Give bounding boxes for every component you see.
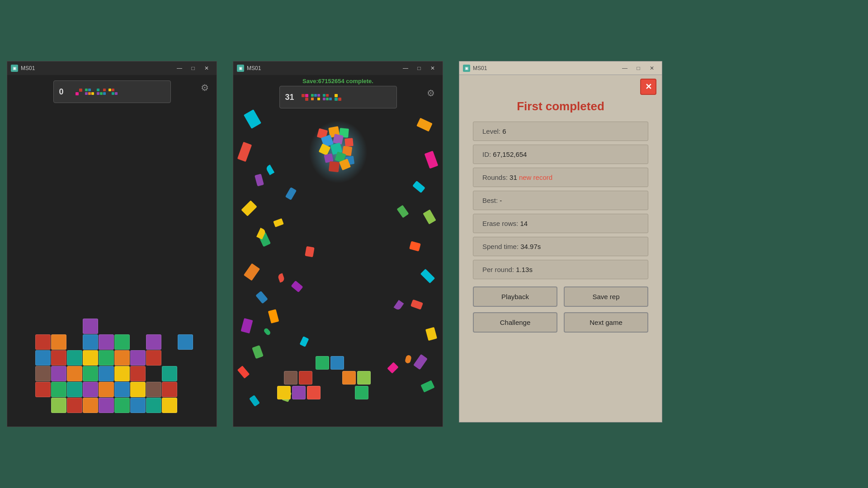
results-minimize-btn[interactable]: —: [618, 64, 631, 73]
results-title-text: MS01: [473, 65, 616, 71]
playback-button[interactable]: Playback: [473, 286, 557, 307]
save-rep-button[interactable]: Save rep: [564, 286, 648, 307]
results-window: ▣ MS01 — □ ✕ ✕ First completed Level: 6 …: [459, 61, 662, 422]
left-gear-btn[interactable]: ⚙: [198, 81, 211, 94]
left-score-panel: 0: [53, 80, 171, 103]
stat-label-id: ID:: [482, 150, 491, 158]
results-content: First completed Level: 6 ID: 67,152,654 …: [459, 95, 662, 422]
mid-piece-previews: [302, 94, 341, 101]
stat-row-per-round: Per round: 1.13s: [473, 260, 648, 279]
left-close-btn[interactable]: ✕: [200, 64, 213, 73]
left-maximize-btn[interactable]: □: [187, 64, 199, 73]
left-score: 0: [59, 87, 68, 97]
mid-minimize-btn[interactable]: —: [399, 64, 412, 73]
left-game-board: [35, 319, 189, 413]
results-maximize-btn[interactable]: □: [632, 64, 645, 73]
stat-label-level: Level:: [482, 127, 500, 135]
stat-value-best: -: [500, 197, 502, 204]
results-titlebar: ▣ MS01 — □ ✕: [459, 61, 662, 75]
stat-value-rounds: 31: [509, 174, 517, 181]
stat-value-id: 67,152,654: [493, 150, 527, 158]
stat-label-time: Spend time:: [482, 243, 519, 250]
left-titlebar: ▣ MS01 — □ ✕: [7, 61, 217, 75]
left-game-window: ▣ MS01 — □ ✕ 0: [7, 61, 217, 427]
left-titlebar-buttons: — □ ✕: [173, 64, 213, 73]
mid-title-text: MS01: [247, 65, 396, 71]
left-game-area: 0: [7, 75, 217, 427]
confetti-container: [233, 75, 443, 427]
save-notification: Save:67152654 complete.: [302, 78, 373, 84]
left-piece-previews: [75, 89, 118, 95]
challenge-button[interactable]: Challenge: [473, 312, 557, 333]
mid-titlebar: ▣ MS01 — □ ✕: [233, 61, 443, 75]
stat-value-level: 6: [502, 127, 506, 135]
mid-close-btn[interactable]: ✕: [426, 64, 439, 73]
mid-score-panel: 31: [279, 86, 397, 108]
left-app-icon: ▣: [11, 65, 18, 72]
mid-app-icon: ▣: [237, 65, 244, 72]
stat-row-erase: Erase rows: 14: [473, 214, 648, 233]
stat-value-time: 34.97s: [520, 243, 541, 250]
stat-label-best: Best:: [482, 197, 498, 204]
mid-game-window: ▣ MS01 — □ ✕ Save:67152654 complete. 31: [233, 61, 443, 427]
results-close-btn[interactable]: ✕: [646, 64, 658, 73]
stat-row-rounds: Rounds: 31 new record: [473, 168, 648, 187]
stat-row-id: ID: 67,152,654: [473, 145, 648, 164]
action-buttons-row2: Challenge Next game: [473, 312, 648, 333]
left-minimize-btn[interactable]: —: [173, 64, 186, 73]
results-title: First completed: [473, 99, 648, 113]
stat-row-best: Best: -: [473, 191, 648, 210]
stat-label-erase: Erase rows:: [482, 220, 518, 227]
stat-row-time: Spend time: 34.97s: [473, 237, 648, 256]
action-buttons-row1: Playback Save rep: [473, 286, 648, 307]
mid-remaining-blocks: [275, 356, 401, 399]
stat-value-erase: 14: [520, 220, 528, 227]
stat-new-record: new record: [519, 174, 552, 181]
left-title-text: MS01: [21, 65, 170, 71]
results-x-close-btn[interactable]: ✕: [640, 79, 656, 95]
stat-row-level: Level: 6: [473, 122, 648, 141]
mid-maximize-btn[interactable]: □: [413, 64, 425, 73]
mid-gear-btn[interactable]: ⚙: [425, 87, 437, 99]
stat-label-rounds: Rounds:: [482, 174, 508, 181]
stat-label-per-round: Per round:: [482, 266, 514, 273]
stat-value-per-round: 1.13s: [516, 266, 533, 273]
results-app-icon: ▣: [463, 65, 470, 72]
mid-game-area: Save:67152654 complete. 31: [233, 75, 443, 427]
next-game-button[interactable]: Next game: [564, 312, 648, 333]
mid-score: 31: [285, 93, 294, 102]
